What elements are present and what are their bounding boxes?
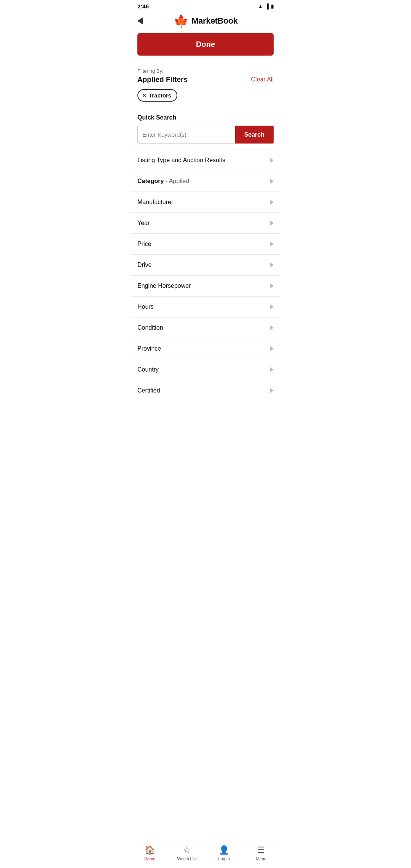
chevron-right-icon — [270, 199, 274, 205]
battery-icon: ▮ — [271, 3, 274, 9]
chevron-right-icon — [270, 367, 274, 372]
filter-item-label: Listing Type and Auction Results — [137, 157, 225, 164]
search-button[interactable]: Search — [235, 126, 274, 144]
filter-item-label: Province — [137, 345, 161, 352]
chevron-right-icon — [270, 388, 274, 393]
wifi-icon: ▲ — [258, 3, 263, 9]
filter-item[interactable]: Drive — [131, 255, 280, 276]
filter-item-label: Country — [137, 366, 159, 373]
filter-item-label: Certified — [137, 387, 160, 394]
filter-item-label: Hours — [137, 303, 154, 310]
chevron-right-icon — [270, 325, 274, 330]
filter-chips: ✕ Tractors — [137, 89, 274, 102]
chip-label: Tractors — [149, 92, 171, 99]
done-button[interactable]: Done — [137, 33, 274, 56]
filter-item-label: Engine Horsepower — [137, 282, 191, 289]
header: 🍁 MarketBook — [131, 11, 280, 32]
leaf-icon: 🍁 — [174, 15, 189, 27]
chevron-right-icon — [270, 262, 274, 268]
filter-item[interactable]: Manufacturer — [131, 192, 280, 213]
filtering-by-label: Filtering By: — [137, 68, 274, 74]
logo: 🍁 MarketBook — [174, 15, 238, 27]
filter-item-label: Year — [137, 220, 150, 227]
filter-item[interactable]: Price — [131, 234, 280, 255]
filter-item-label: Manufacturer — [137, 199, 173, 206]
filter-item[interactable]: Certified — [131, 380, 280, 401]
keyword-input[interactable] — [137, 126, 235, 144]
chevron-right-icon — [270, 304, 274, 310]
search-row: Search — [137, 126, 274, 144]
chevron-right-icon — [270, 179, 274, 184]
filter-item-label: Category - Applied — [137, 178, 189, 185]
chevron-right-icon — [270, 241, 274, 247]
chevron-right-icon — [270, 346, 274, 351]
filter-item-label: Drive — [137, 262, 151, 268]
filter-list: Listing Type and Auction ResultsCategory… — [131, 150, 280, 401]
quick-search-title: Quick Search — [137, 114, 274, 121]
filter-item[interactable]: Engine Horsepower — [131, 276, 280, 297]
filter-section: Filtering By: Applied Filters Clear All … — [131, 62, 280, 108]
filter-item[interactable]: Country — [131, 359, 280, 380]
status-time: 2:46 — [137, 3, 149, 10]
filter-item[interactable]: Condition — [131, 318, 280, 338]
status-bar: 2:46 ▲ ▐ ▮ — [131, 0, 280, 11]
chip-remove-icon: ✕ — [142, 93, 147, 99]
clear-all-button[interactable]: Clear All — [251, 76, 274, 83]
chevron-right-icon — [270, 220, 274, 226]
status-icons: ▲ ▐ ▮ — [258, 3, 274, 9]
tractors-chip[interactable]: ✕ Tractors — [137, 89, 177, 102]
filter-item[interactable]: Hours — [131, 297, 280, 318]
filter-item[interactable]: Listing Type and Auction Results — [131, 150, 280, 171]
filter-item[interactable]: Year — [131, 213, 280, 234]
signal-icon: ▐ — [265, 3, 269, 9]
logo-text: MarketBook — [192, 16, 238, 26]
filter-item-label: Condition — [137, 324, 163, 331]
logo-container: 🍁 MarketBook — [146, 15, 274, 27]
applied-filters-title: Applied Filters — [137, 75, 188, 84]
filter-item[interactable]: Category - Applied — [131, 171, 280, 192]
quick-search-section: Quick Search Search — [131, 108, 280, 150]
back-arrow-icon — [137, 18, 143, 24]
filter-item-label: Price — [137, 241, 151, 247]
filter-item[interactable]: Province — [131, 338, 280, 359]
back-button[interactable] — [137, 16, 146, 26]
chevron-right-icon — [270, 158, 274, 163]
chevron-right-icon — [270, 283, 274, 289]
filter-header: Applied Filters Clear All — [137, 75, 274, 84]
